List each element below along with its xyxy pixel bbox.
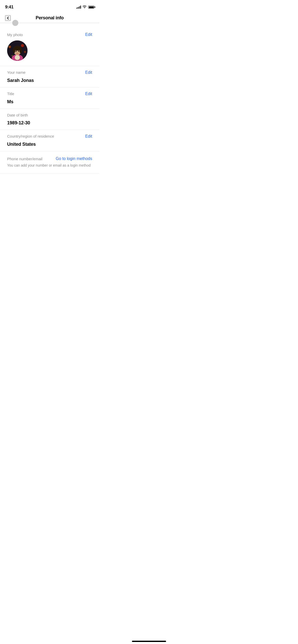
svg-point-1 bbox=[21, 44, 24, 47]
wifi-icon bbox=[83, 5, 87, 9]
svg-point-3 bbox=[24, 51, 26, 53]
title-value: Ms bbox=[7, 99, 13, 104]
dob-section: Date of birth 1989-12-30 bbox=[0, 109, 99, 130]
country-section-header: Country/region of residence Edit bbox=[7, 134, 92, 139]
back-button[interactable] bbox=[5, 15, 11, 21]
title-section-header: Title Edit bbox=[7, 92, 92, 96]
dob-label: Date of birth bbox=[7, 113, 28, 117]
photo-label: My photo bbox=[7, 33, 23, 37]
go-to-login-button[interactable]: Go to login methods bbox=[56, 156, 92, 161]
scroll-indicator-dot bbox=[12, 20, 18, 26]
country-label: Country/region of residence bbox=[7, 134, 54, 138]
name-edit-button[interactable]: Edit bbox=[85, 70, 92, 75]
name-label: Your name bbox=[7, 70, 25, 75]
phone-description: You can add your number or email as a lo… bbox=[7, 163, 91, 167]
dob-value: 1989-12-30 bbox=[7, 120, 30, 125]
photo-header: My photo Edit bbox=[7, 32, 92, 37]
status-time: 9:41 bbox=[5, 5, 13, 10]
page-title: Personal info bbox=[36, 15, 64, 21]
dob-section-header: Date of birth bbox=[7, 113, 92, 117]
status-bar: 9:41 bbox=[0, 0, 99, 12]
name-section: Your name Edit Sarah Jonas bbox=[0, 66, 99, 87]
phone-header: Phone number/email Go to login methods bbox=[7, 156, 92, 161]
svg-point-11 bbox=[19, 47, 22, 53]
photo-edit-button[interactable]: Edit bbox=[85, 32, 92, 37]
bottom-spacer bbox=[0, 173, 99, 224]
svg-point-10 bbox=[13, 47, 15, 53]
status-icons bbox=[76, 5, 94, 9]
phone-section: Phone number/email Go to login methods Y… bbox=[0, 151, 99, 173]
title-section: Title Edit Ms bbox=[0, 87, 99, 109]
battery-icon bbox=[88, 6, 94, 9]
photo-section: My photo Edit bbox=[0, 28, 99, 66]
country-value: United States bbox=[7, 142, 36, 147]
phone-label: Phone number/email bbox=[7, 157, 42, 161]
country-section: Country/region of residence Edit United … bbox=[0, 130, 99, 151]
name-value: Sarah Jonas bbox=[7, 78, 34, 83]
svg-point-13 bbox=[18, 51, 19, 52]
title-label: Title bbox=[7, 92, 14, 96]
signal-icon bbox=[76, 6, 81, 9]
scroll-progress-bar bbox=[0, 23, 99, 23]
svg-point-6 bbox=[15, 55, 20, 60]
country-edit-button[interactable]: Edit bbox=[85, 134, 92, 139]
title-edit-button[interactable]: Edit bbox=[85, 92, 92, 96]
avatar[interactable] bbox=[7, 40, 28, 61]
name-section-header: Your name Edit bbox=[7, 70, 92, 75]
content: My photo Edit bbox=[0, 23, 99, 229]
svg-point-12 bbox=[16, 51, 17, 52]
svg-point-2 bbox=[8, 46, 11, 48]
